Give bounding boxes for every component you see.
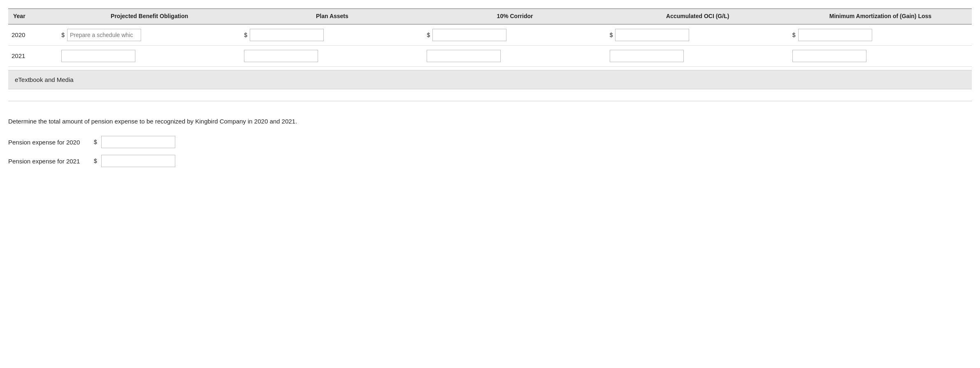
oci-cell-2021 (606, 45, 789, 66)
pension-2020-input[interactable] (101, 136, 175, 148)
oci-input-2020[interactable] (615, 29, 689, 41)
pension-2020-label: Pension expense for 2020 (8, 139, 91, 146)
pbo-cell-2021 (58, 45, 241, 66)
min-dollar-2020: $ (792, 32, 796, 38)
pension-2021-dollar: $ (94, 158, 97, 164)
header-year: Year (8, 9, 58, 24)
corridor-input-2020[interactable] (432, 29, 506, 41)
etextbook-bar: eTextbook and Media (8, 70, 972, 89)
oci-input-2021[interactable] (610, 50, 684, 62)
header-oci: Accumulated OCI (G/L) (606, 9, 789, 24)
pension-description: Determine the total amount of pension ex… (8, 117, 972, 126)
corridor-cell-2021 (423, 45, 606, 66)
corridor-input-2021[interactable] (427, 50, 501, 62)
table-row: 2021 (8, 45, 972, 66)
pension-2020-row: Pension expense for 2020 $ (8, 136, 972, 148)
pbo-dollar-2020: $ (61, 32, 65, 38)
year-2020: 2020 (8, 24, 58, 46)
pbo-cell-2020: $ (58, 24, 241, 46)
year-2021: 2021 (8, 45, 58, 66)
min-cell-2020: $ (789, 24, 972, 46)
min-cell-2021 (789, 45, 972, 66)
etextbook-label: eTextbook and Media (15, 76, 74, 83)
oci-dollar-2020: $ (610, 32, 613, 38)
min-input-2020[interactable] (798, 29, 872, 41)
header-min-amort: Minimum Amortization of (Gain) Loss (789, 9, 972, 24)
pbo-input-2021[interactable] (61, 50, 135, 62)
pension-expense-section: Determine the total amount of pension ex… (8, 113, 972, 182)
assets-cell-2021 (241, 45, 423, 66)
pbo-input-2020[interactable] (67, 29, 141, 41)
min-input-2021[interactable] (792, 50, 866, 62)
assets-dollar-2020: $ (244, 32, 247, 38)
header-assets: Plan Assets (241, 9, 423, 24)
header-pbo: Projected Benefit Obligation (58, 9, 241, 24)
assets-input-2020[interactable] (250, 29, 324, 41)
header-corridor: 10% Corridor (423, 9, 606, 24)
corridor-schedule-table: Year Projected Benefit Obligation Plan A… (8, 8, 972, 67)
pension-2021-row: Pension expense for 2021 $ (8, 155, 972, 167)
pension-2021-input[interactable] (101, 155, 175, 167)
assets-input-2021[interactable] (244, 50, 318, 62)
oci-cell-2020: $ (606, 24, 789, 46)
table-row: 2020 $ $ $ $ (8, 24, 972, 46)
pension-2021-label: Pension expense for 2021 (8, 158, 91, 165)
corridor-dollar-2020: $ (427, 32, 430, 38)
pension-2020-dollar: $ (94, 139, 97, 145)
corridor-cell-2020: $ (423, 24, 606, 46)
section-divider (8, 101, 972, 101)
assets-cell-2020: $ (241, 24, 423, 46)
